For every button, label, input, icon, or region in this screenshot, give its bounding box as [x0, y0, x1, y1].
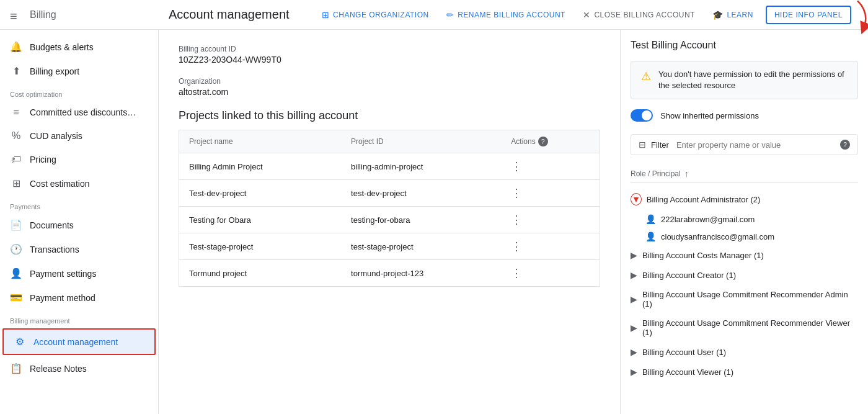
- bell-icon: 🔔: [10, 41, 22, 53]
- role-item: ▶ Billing Account User (1): [631, 342, 858, 362]
- expand-icon[interactable]: ▼: [631, 193, 642, 205]
- project-name-cell: Test-dev-project: [179, 180, 342, 207]
- person-icon: 👤: [645, 232, 656, 241]
- sidebar-item-budgets[interactable]: 🔔 Budgets & alerts: [0, 35, 158, 59]
- role-item: ▼ Billing Account Administrator (2) 👤 22…: [631, 188, 858, 245]
- change-org-button[interactable]: ⊞ CHANGE ORGANIZATION: [314, 6, 436, 24]
- role-member: 👤 222larabrown@gmail.com: [631, 210, 858, 228]
- table-row: Test-stage-project test-stage-project ⋮: [179, 233, 600, 260]
- project-id-cell: testing-for-obara: [341, 207, 501, 233]
- sidebar-item-payment-method[interactable]: 💳 Payment method: [0, 286, 158, 310]
- role-row[interactable]: ▶ Billing Account Costs Manager (1): [631, 245, 858, 265]
- hide-info-panel-button[interactable]: HIDE INFO PANEL: [766, 6, 851, 24]
- clock-icon: 🕐: [10, 243, 22, 255]
- org-label: Organization: [179, 77, 600, 86]
- toolbar-actions: ⊞ CHANGE ORGANIZATION ✏ RENAME BILLING A…: [314, 6, 858, 24]
- change-org-icon: ⊞: [322, 10, 330, 20]
- list-icon: ≡: [10, 107, 22, 118]
- actions-help-icon[interactable]: ?: [538, 137, 548, 146]
- projects-table: Project name Project ID Actions ? Billin…: [179, 130, 600, 287]
- more-options-icon[interactable]: ⋮: [511, 267, 522, 279]
- role-label: Billing Account Viewer (1): [642, 367, 733, 377]
- role-row[interactable]: ▶ Billing Account Usage Commitment Recom…: [631, 285, 858, 313]
- role-label: Billing Account Administrator (2): [647, 195, 761, 204]
- payments-label: Payments: [0, 196, 158, 213]
- more-options-icon[interactable]: ⋮: [511, 214, 522, 226]
- export-icon: ⬆: [10, 65, 22, 77]
- project-name-cell: Billing Admin Project: [179, 153, 342, 180]
- role-label: Billing Account Usage Commitment Recomme…: [642, 290, 858, 308]
- sidebar-item-pricing[interactable]: 🏷 Pricing: [0, 148, 158, 171]
- role-row[interactable]: ▶ Billing Account User (1): [631, 342, 858, 362]
- warning-text: You don't have permission to edit the pe…: [658, 69, 848, 91]
- more-options-icon[interactable]: ⋮: [511, 187, 522, 199]
- sidebar-item-account-management[interactable]: ⚙ Account management: [2, 328, 156, 355]
- billing-id-label: Billing account ID: [179, 45, 600, 53]
- expand-icon[interactable]: ▶: [631, 294, 637, 304]
- roles-list: ▼ Billing Account Administrator (2) 👤 22…: [631, 188, 858, 382]
- role-label: Billing Account Creator (1): [642, 271, 736, 280]
- expand-icon[interactable]: ▶: [631, 323, 637, 333]
- expand-icon[interactable]: ▶: [631, 270, 637, 280]
- sidebar-item-cost-estimation[interactable]: ⊞ Cost estimation: [0, 171, 158, 196]
- toggle-row: Show inherited permissions: [631, 109, 858, 122]
- filter-input[interactable]: [676, 140, 835, 150]
- role-label: Billing Account Usage Commitment Recomme…: [642, 318, 858, 337]
- product-name: Billing: [30, 9, 56, 20]
- pencil-icon: ✏: [446, 10, 454, 20]
- role-row[interactable]: ▼ Billing Account Administrator (2): [631, 188, 858, 210]
- billing-id-value: 10ZZ23-203O44-WW99T0: [179, 55, 600, 65]
- notes-icon: 📋: [10, 362, 22, 374]
- permission-warning: ⚠ You don't have permission to edit the …: [631, 61, 858, 99]
- sidebar-item-cud[interactable]: % CUD analysis: [0, 124, 158, 148]
- member-email: 222larabrown@gmail.com: [661, 215, 755, 224]
- project-actions-cell: ⋮: [501, 207, 600, 233]
- tag-icon: 🏷: [10, 154, 22, 165]
- rename-billing-button[interactable]: ✏ RENAME BILLING ACCOUNT: [439, 6, 573, 24]
- role-row[interactable]: ▶ Billing Account Viewer (1): [631, 362, 858, 382]
- role-row[interactable]: ▶ Billing Account Creator (1): [631, 265, 858, 285]
- filter-row[interactable]: ⊟ Filter ?: [631, 134, 858, 155]
- filter-help-icon[interactable]: ?: [840, 140, 850, 150]
- content-area: Billing account ID 10ZZ23-203O44-WW99T0 …: [159, 30, 620, 414]
- percent-icon: %: [10, 130, 22, 142]
- projects-section-title: Projects linked to this billing account: [179, 109, 600, 122]
- page-title: Account management: [159, 7, 299, 22]
- sidebar-item-transactions[interactable]: 🕐 Transactions: [0, 237, 158, 261]
- sidebar-item-committed[interactable]: ≡ Committed use discounts…: [0, 101, 158, 124]
- role-item: ▶ Billing Account Viewer (1): [631, 362, 858, 382]
- project-id-cell: billing-admin-project: [341, 153, 501, 180]
- product-logo: ≡ Billing: [10, 9, 159, 20]
- warning-icon: ⚠: [641, 70, 651, 83]
- expand-icon[interactable]: ▶: [631, 250, 637, 260]
- expand-icon[interactable]: ▶: [631, 347, 637, 357]
- expand-icon[interactable]: ▶: [631, 367, 637, 377]
- role-row[interactable]: ▶ Billing Account Usage Commitment Recom…: [631, 313, 858, 342]
- role-label: Billing Account User (1): [642, 348, 726, 357]
- close-billing-button[interactable]: ✕ CLOSE BILLING ACCOUNT: [575, 6, 702, 24]
- inherited-toggle[interactable]: [631, 109, 653, 122]
- project-id-cell: test-dev-project: [341, 180, 501, 207]
- role-header: Role / Principal ↑: [631, 165, 858, 183]
- billing-mgmt-label: Billing management: [0, 310, 158, 327]
- sidebar-item-billing-export[interactable]: ⬆ Billing export: [0, 59, 158, 83]
- project-actions-cell: ⋮: [501, 260, 600, 287]
- toggle-label: Show inherited permissions: [660, 111, 759, 120]
- info-panel: Test Billing Account ⚠ You don't have pe…: [620, 30, 868, 414]
- sort-icon[interactable]: ↑: [684, 169, 689, 179]
- sidebar-item-payment-settings[interactable]: 👤 Payment settings: [0, 261, 158, 286]
- table-row: Billing Admin Project billing-admin-proj…: [179, 153, 600, 180]
- filter-label: Filter: [651, 140, 669, 150]
- document-icon: 📄: [10, 219, 22, 231]
- project-name-cell: Testing for Obara: [179, 207, 342, 233]
- sidebar-item-release-notes[interactable]: 📋 Release Notes: [0, 356, 158, 380]
- person-icon: 👤: [10, 268, 22, 279]
- sidebar-item-documents[interactable]: 📄 Documents: [0, 213, 158, 237]
- role-item: ▶ Billing Account Creator (1): [631, 265, 858, 285]
- learn-button[interactable]: 🎓 LEARN: [705, 6, 761, 24]
- info-panel-title: Test Billing Account: [631, 40, 858, 51]
- more-options-icon[interactable]: ⋮: [511, 240, 522, 253]
- role-item: ▶ Billing Account Costs Manager (1): [631, 245, 858, 265]
- hamburger-icon[interactable]: ≡: [10, 9, 25, 20]
- more-options-icon[interactable]: ⋮: [511, 160, 522, 173]
